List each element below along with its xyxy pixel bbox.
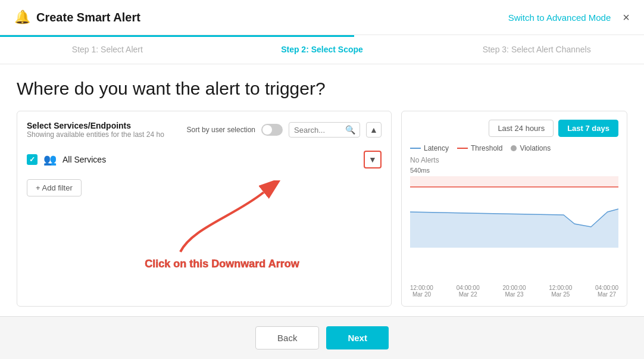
left-panel: Select Services/Endpoints Showing availa… [17,111,392,307]
arrow-annotation-svg [162,180,282,258]
last-7d-button[interactable]: Last 7 days [558,120,618,137]
annotation-area: Click on this Downward Arrow [65,180,379,270]
page-title: Where do you want the alert to trigger? [17,79,627,99]
x-label-1: 04:00:00 Mar 22 [457,285,480,298]
violations-dot-icon [511,145,517,151]
right-panel: Last 24 hours Last 7 days Latency Thresh… [401,111,627,307]
chart-y-label: 540ms [410,167,618,174]
content-row: Select Services/Endpoints Showing availa… [17,111,627,307]
modal-header: 🔔 Create Smart Alert Switch to Advanced … [0,0,644,35]
x-axis: 12:00:00 Mar 20 04:00:00 Mar 22 20:00:00… [410,285,618,298]
dropdown-arrow-button[interactable]: ▼ [364,151,382,168]
violations-label: Violations [520,144,551,152]
main-content: Where do you want the alert to trigger? … [0,64,644,307]
x-label-3: 12:00:00 Mar 25 [549,285,572,298]
all-services-label: All Services [62,155,358,164]
step-2[interactable]: Step 2: Select Scope [215,35,430,64]
close-button[interactable]: × [623,11,630,23]
step-1[interactable]: Step 1: Select Alert [0,35,215,64]
click-annotation-text: Click on this Downward Arrow [145,258,299,270]
chart-area [410,176,618,282]
latency-label: Latency [424,144,449,152]
modal-title: Create Smart Alert [36,11,140,24]
select-sublabel: Showing available entities for the last … [27,130,164,139]
search-input[interactable] [294,126,342,135]
switch-advanced-mode-link[interactable]: Switch to Advanced Mode [508,13,611,23]
search-box: 🔍 [289,122,360,138]
latency-line-icon [410,148,421,149]
last-24h-button[interactable]: Last 24 hours [489,120,554,137]
footer: Back Next [0,316,644,359]
select-info: Select Services/Endpoints Showing availa… [27,121,164,139]
all-services-checkbox[interactable]: ✓ [27,154,37,165]
no-alerts-text: No Alerts [410,156,618,164]
search-icon: 🔍 [345,125,355,135]
services-icon: 👥 [43,153,57,166]
step-3[interactable]: Step 3: Select Alert Channels [429,35,644,64]
legend-latency: Latency [410,144,449,152]
collapse-button[interactable]: ▲ [366,122,382,138]
checkbox-check: ✓ [29,155,35,164]
chart-legend: Latency Threshold Violations [410,144,618,152]
bell-icon: 🔔 [14,10,30,25]
all-services-row: ✓ 👥 All Services ▼ [27,147,382,172]
back-button[interactable]: Back [255,326,319,349]
time-buttons: Last 24 hours Last 7 days [410,120,618,137]
header-right: Switch to Advanced Mode × [508,11,630,23]
header-left: 🔔 Create Smart Alert [14,10,140,25]
x-label-4: 04:00:00 Mar 27 [595,285,618,298]
create-smart-alert-modal: 🔔 Create Smart Alert Switch to Advanced … [0,0,644,359]
svg-rect-2 [410,176,618,187]
x-label-0: 12:00:00 Mar 20 [410,285,433,298]
header-controls: Sort by user selection 🔍 ▲ [187,122,382,138]
progress-line [0,35,354,37]
next-button[interactable]: Next [326,326,389,349]
steps-container: Step 1: Select Alert Step 2: Select Scop… [0,35,644,64]
legend-violations: Violations [511,144,551,152]
threshold-label: Threshold [471,144,502,152]
threshold-line-icon [457,148,468,149]
x-label-2: 20:00:00 Mar 23 [503,285,526,298]
legend-threshold: Threshold [457,144,502,152]
steps-bar: Step 1: Select Alert Step 2: Select Scop… [0,35,644,64]
select-label: Select Services/Endpoints [27,121,164,130]
chart-svg [410,176,618,248]
sort-toggle[interactable] [261,124,283,136]
left-panel-header: Select Services/Endpoints Showing availa… [27,121,382,139]
sort-label: Sort by user selection [187,126,255,134]
